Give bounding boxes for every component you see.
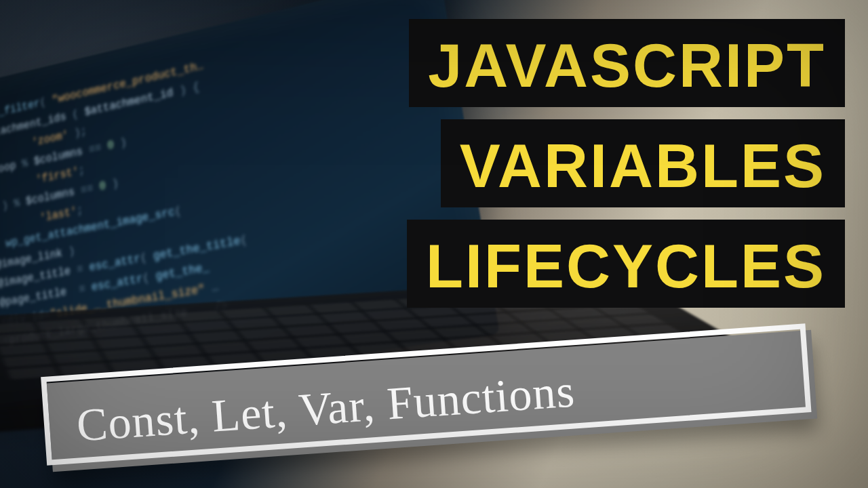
title-line-3: LIFECYCLES <box>407 220 845 308</box>
title-stack: JAVASCRIPT VARIABLES LIFECYCLES <box>407 19 845 308</box>
title-line-1: JAVASCRIPT <box>409 19 845 107</box>
thumbnail-stage: add_filter( "woocommerce_product_th… att… <box>0 0 868 488</box>
title-line-2: VARIABLES <box>441 119 845 207</box>
